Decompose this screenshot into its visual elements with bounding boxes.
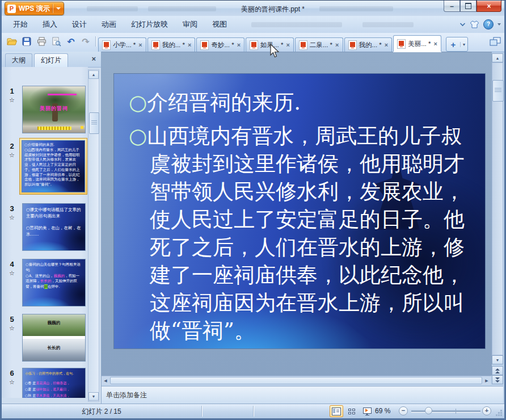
print-preview-button[interactable] xyxy=(50,35,62,48)
thumb-paragraph: ○A、这里的山，巍巍的，有如一道屏障，长长的，又如伸开的双臂，将晋祠拥在怀中. xyxy=(26,274,82,290)
slide-editing-area[interactable]: ○介绍晋祠的来历. ○山西境内有晋水，周武王的儿子叔 虞被封到这里作诸侯，他用聪… xyxy=(102,52,492,376)
doc-tab-2[interactable]: 我的... * × xyxy=(147,37,196,52)
doc-tab-7-active[interactable]: 美丽... * × xyxy=(393,35,441,52)
slide-text-block[interactable]: ○介绍晋祠的来历. ○山西境内有晋水，周武王的儿子叔 虞被封到这里作诸侯，他用聪… xyxy=(129,89,478,345)
scrollbar-thumb[interactable] xyxy=(492,80,504,102)
next-slide-button[interactable] xyxy=(492,375,503,384)
window-title: 美丽的晋祠课件.ppt * xyxy=(115,5,431,14)
doc-tab-label: 美丽... * xyxy=(408,40,431,48)
scroll-down-icon[interactable]: ▼ xyxy=(88,392,99,401)
tab-outline[interactable]: 大纲 xyxy=(5,53,32,67)
doc-tab-5[interactable]: 二泉... * × xyxy=(295,37,343,52)
more-options-caret-icon[interactable] xyxy=(497,23,501,26)
normal-view-button[interactable] xyxy=(330,405,343,417)
doc-tab-3[interactable]: 奇妙... * × xyxy=(196,37,244,52)
thumb-body-text: 小练习：仿照书中的形式，造句. ○春 是黄花满山，径幽香远， ○夏 是绿叶如云，… xyxy=(23,368,85,398)
undo-button[interactable]: ↶ xyxy=(65,35,77,48)
skin-shirt-icon[interactable] xyxy=(470,20,479,28)
scroll-up-icon[interactable]: ▲ xyxy=(492,53,503,62)
doc-tab-label: 我的... * xyxy=(162,41,185,49)
open-button[interactable] xyxy=(6,35,18,48)
ppt-file-icon xyxy=(299,40,307,50)
arrange-windows-button[interactable] xyxy=(490,37,501,49)
close-icon: × xyxy=(487,2,491,10)
scroll-up-icon[interactable]: ▲ xyxy=(88,70,99,79)
doc-tab-6[interactable]: 我的... * × xyxy=(344,37,393,52)
menu-slideshow[interactable]: 幻灯片放映 xyxy=(131,19,168,30)
close-button[interactable]: × xyxy=(477,1,501,12)
ppt-file-icon xyxy=(200,40,209,50)
slide-text-line: 建了一座祠庙供奉，以此纪念他， xyxy=(129,261,478,289)
slide-bullet-line: ○介绍晋祠的来历. xyxy=(129,89,478,116)
wps-app-menu-button[interactable]: P WPS 演示 xyxy=(5,2,64,15)
zoom-in-button[interactable]: + xyxy=(482,406,491,415)
slide-thumbnail-4[interactable]: ○晋祠的山美在哪里？勾画相关语句. ○A、这里的山，巍巍的，有如一道屏障，长长的… xyxy=(22,259,86,306)
ppt-file-icon xyxy=(151,40,160,50)
minimize-button[interactable]: – xyxy=(444,1,460,12)
scrollbar-track[interactable] xyxy=(492,62,503,355)
menu-items: 开始 插入 设计 动画 幻灯片放映 审阅 视图 xyxy=(13,16,227,33)
new-tab-button[interactable]: + ▾ xyxy=(446,37,468,52)
previous-slide-button[interactable] xyxy=(492,366,503,375)
tab-close-icon[interactable]: × xyxy=(188,42,191,48)
tab-close-icon[interactable]: × xyxy=(138,42,142,48)
slide-number: 3 xyxy=(6,204,18,213)
tab-close-icon[interactable]: × xyxy=(286,42,289,48)
slide-sorter-view-button[interactable] xyxy=(345,405,359,417)
slide-sorter-icon xyxy=(348,409,355,414)
notes-input-area[interactable]: 单击添加备注 xyxy=(102,386,503,404)
slide-number: 1 xyxy=(6,87,18,95)
slide-thumbnail-2-content: ○介绍晋祠的来历. ○山西境内有晋水，周武王的儿子叔虞被封到这里作诸侯，他用聪明… xyxy=(22,140,85,192)
zoom-slider-thumb[interactable] xyxy=(425,407,432,414)
menu-animation[interactable]: 动画 xyxy=(102,19,116,30)
bullet-circle-icon: ○ xyxy=(129,124,147,148)
photo-label: 长长的 xyxy=(23,345,85,351)
menu-review[interactable]: 审阅 xyxy=(183,19,197,30)
save-button[interactable] xyxy=(20,35,33,48)
tab-slides[interactable]: 幻灯片 xyxy=(34,53,68,67)
slide-thumbnail-5[interactable]: 巍巍的 长长的 xyxy=(22,314,86,362)
slide-canvas[interactable]: ○介绍晋祠的来历. ○山西境内有晋水，周武王的儿子叔 虞被封到这里作诸侯，他用聪… xyxy=(113,73,486,349)
ghost-artifact xyxy=(251,22,342,27)
zoom-slider-track[interactable] xyxy=(411,410,480,412)
zoom-out-button[interactable]: − xyxy=(399,406,408,415)
doc-tab-1[interactable]: 小学... * × xyxy=(98,37,146,52)
animation-star-icon: ☆ xyxy=(7,214,17,221)
collapse-ribbon-icon[interactable] xyxy=(459,23,466,27)
maximize-button[interactable] xyxy=(460,1,477,12)
ghost-artifact xyxy=(362,22,414,27)
scroll-down-icon[interactable]: ▼ xyxy=(492,355,503,364)
menu-design[interactable]: 设计 xyxy=(72,19,87,30)
tab-close-icon[interactable]: × xyxy=(237,42,241,48)
tab-close-icon[interactable]: × xyxy=(335,42,339,48)
redo-button[interactable]: ↷ xyxy=(79,35,92,48)
menu-home[interactable]: 开始 xyxy=(13,19,28,30)
slide-thumbnail-2-selected[interactable]: ○介绍晋祠的来历. ○山西境内有晋水，周武王的儿子叔虞被封到这里作诸侯，他用聪明… xyxy=(19,138,87,195)
slide-thumbnail-3[interactable]: ○课文中哪句话概括了文章的主要内容勾画出来 ○晋祠的美，在山，在树，在水…… xyxy=(22,203,86,251)
vertical-scrollbar[interactable]: ▲ ▼ xyxy=(492,53,503,384)
help-icon[interactable]: ? xyxy=(483,19,494,30)
mouse-cursor xyxy=(269,44,280,58)
print-button[interactable] xyxy=(35,35,48,48)
scroll-left-icon[interactable]: ◀ xyxy=(102,377,109,385)
scrollbar-thumb[interactable] xyxy=(89,112,99,134)
menu-view[interactable]: 视图 xyxy=(212,19,227,30)
thumbnail-scrollbar[interactable]: ▲ ▼ xyxy=(88,69,99,402)
horizontal-scrollbar[interactable]: ◀ ▶ xyxy=(102,376,491,385)
slide-thumbnail-1[interactable]: 美丽的晋祠 xyxy=(22,86,86,133)
chevron-down-icon[interactable] xyxy=(56,7,61,10)
new-tab-caret-icon[interactable]: ▾ xyxy=(460,42,467,47)
scrollbar-thumb[interactable] xyxy=(110,377,482,384)
highlighted-text: 长长的 xyxy=(40,279,52,283)
tab-close-icon[interactable]: × xyxy=(385,42,388,48)
doc-tab-label: 小学... * xyxy=(113,41,136,49)
slideshow-button[interactable] xyxy=(360,405,374,417)
highlighted-text: 黄花满山，径幽香远， xyxy=(36,381,70,385)
thumb-text-segment: ○夏 是 xyxy=(25,387,36,391)
panel-close-icon[interactable]: × xyxy=(91,54,96,64)
tab-close-icon[interactable]: × xyxy=(433,41,437,47)
resize-grip[interactable] xyxy=(495,409,503,417)
scroll-right-icon[interactable]: ▶ xyxy=(483,377,491,385)
slide-thumbnail-6[interactable]: 小练习：仿照书中的形式，造句. ○春 是黄花满山，径幽香远， ○夏 是绿叶如云，… xyxy=(22,368,86,398)
menu-insert[interactable]: 插入 xyxy=(43,19,57,30)
